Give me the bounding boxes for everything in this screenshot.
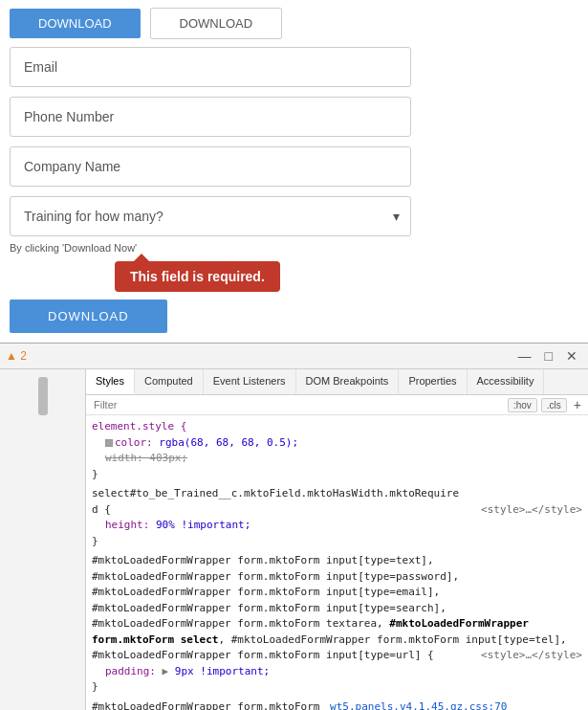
hov-filter-button[interactable]: :hov	[508, 398, 537, 412]
sidebar-scrollbar[interactable]	[38, 377, 48, 415]
tab-dom-breakpoints[interactable]: DOM Breakpoints	[296, 369, 400, 394]
css-prop-padding: padding: ▶ 9px !important;	[92, 665, 270, 677]
top-bar: DOWNLOAD DOWNLOAD	[10, 0, 578, 47]
cls-filter-button[interactable]: .cls	[541, 398, 567, 412]
css-block-mkto-form-inputs: #mktoLoadedFormWrapper form.mktoForm inp…	[92, 553, 582, 696]
css-selector-trained: select#to_be_Trained__c.mktoField.mktoHa…	[92, 487, 459, 516]
css-block-close-brace-2: }	[92, 535, 98, 547]
devtools-body: Styles Computed Event Listeners DOM Brea…	[0, 369, 588, 710]
form-area: DOWNLOAD DOWNLOAD Training for how many?…	[0, 0, 588, 343]
submit-download-button[interactable]: DOWNLOAD	[10, 300, 167, 333]
download-button-2[interactable]: DOWNLOAD	[150, 8, 283, 39]
devtools-sidebar	[0, 369, 86, 710]
required-tooltip: This field is required.	[115, 261, 280, 292]
css-value-padding: 9px !important;	[168, 665, 270, 677]
close-button[interactable]: ✕	[561, 346, 582, 366]
devtools-toolbar: ▲ 2 — □ ✕	[0, 344, 588, 369]
maximize-button[interactable]: □	[540, 346, 557, 366]
expand-padding-icon[interactable]: ▶	[156, 665, 168, 677]
devtools-css-content: element.style { color: rgba(68, 68, 68, …	[86, 415, 588, 710]
css-selector-mkto-inputs: #mktoLoadedFormWrapper form.mktoForm inp…	[92, 554, 567, 661]
email-input[interactable]	[10, 47, 411, 87]
css-block-close-brace: }	[92, 468, 98, 480]
css-selector-mkto-panels: #mktoLoadedFormWrapper form.mktoForm	[92, 700, 319, 711]
css-source-panels-link[interactable]: wt5.panels.v4.1.45.gz.css:70	[330, 700, 507, 711]
tab-computed[interactable]: Computed	[135, 369, 204, 394]
css-prop-width-strikethrough: width: 403px;	[92, 452, 187, 464]
devtools-tabs: Styles Computed Event Listeners DOM Brea…	[86, 369, 588, 395]
company-input[interactable]	[10, 146, 411, 187]
tab-styles[interactable]: Styles	[86, 369, 135, 394]
css-source-mkto-inputs: <style>…</style>	[481, 648, 582, 664]
css-block-select-trained: select#to_be_Trained__c.mktoField.mktoHa…	[92, 486, 582, 549]
css-value-height: 90% !important;	[149, 519, 250, 531]
devtools-warning: ▲ 2	[6, 349, 27, 363]
tab-accessibility[interactable]: Accessibility	[468, 369, 545, 394]
filter-input[interactable]	[90, 397, 504, 412]
tab-event-listeners[interactable]: Event Listeners	[204, 369, 296, 394]
css-block-mkto-panels: #mktoLoadedFormWrapper form.mktoForm wt5…	[92, 699, 582, 711]
css-value-color: rgba(68, 68, 68, 0.5);	[153, 436, 298, 449]
phone-input[interactable]	[10, 97, 411, 137]
download-button-1[interactable]: DOWNLOAD	[10, 9, 141, 38]
css-block-element-style: element.style { color: rgba(68, 68, 68, …	[92, 419, 582, 482]
devtools-main: Styles Computed Event Listeners DOM Brea…	[86, 369, 588, 710]
training-select-wrapper: Training for how many? ▾	[10, 196, 411, 236]
css-block-close-brace-3: }	[92, 680, 98, 693]
css-prop-height: height: 90% !important;	[92, 519, 250, 531]
minimize-button[interactable]: —	[513, 346, 536, 366]
training-select[interactable]: Training for how many?	[10, 196, 411, 236]
filter-bar: :hov .cls +	[86, 395, 588, 415]
css-source-trained: <style>…</style>	[481, 502, 582, 519]
devtools-panel: ▲ 2 — □ ✕ Styles Computed Event Listener…	[0, 343, 588, 710]
tab-properties[interactable]: Properties	[399, 369, 467, 394]
css-selector-element-style: element.style {	[92, 420, 186, 433]
color-swatch-icon[interactable]	[105, 439, 113, 447]
css-link-panels[interactable]: wt5.panels.v4.1.45.gz.css:70	[330, 700, 507, 711]
consent-text: By clicking 'Download Now'	[10, 242, 411, 254]
css-prop-color: color: rgba(68, 68, 68, 0.5);	[92, 436, 298, 449]
add-style-button[interactable]: +	[571, 397, 584, 412]
